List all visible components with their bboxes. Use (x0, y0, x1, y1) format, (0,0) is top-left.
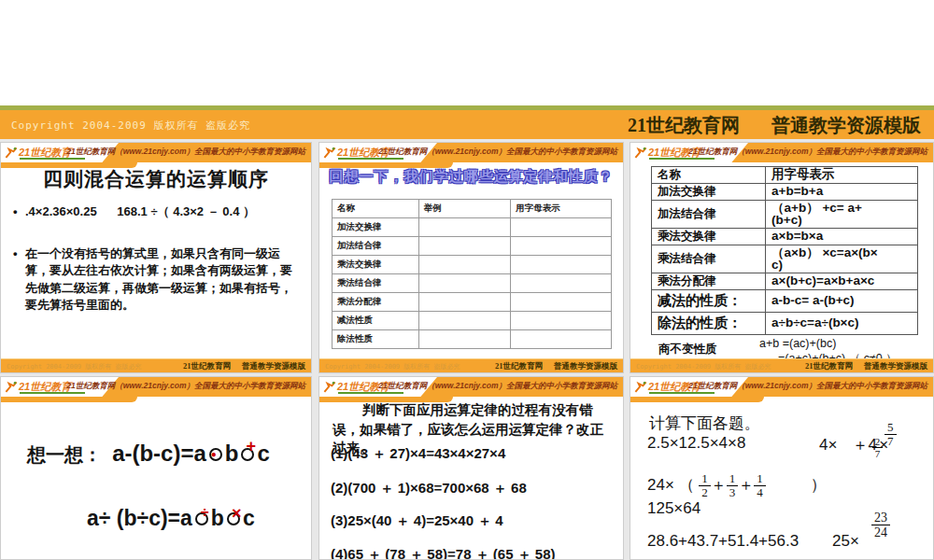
slide-header-bar: 21世纪教育 21世纪教育网（www.21cnjy.com）全国最大的中小学教育… (319, 143, 623, 162)
fraction-2-7: 27 (872, 436, 884, 459)
law-name: 乘法分配律 (333, 293, 419, 312)
red-mark: ÷ (201, 505, 209, 520)
slide-footer-brand: 21世纪教育网普通教学资源模版 (805, 361, 927, 372)
logo-underline (338, 392, 403, 394)
slide1-bullet-1: .4×2.36×0.25 168.1 ÷（ 4.3×2 － 0.4 ） (25, 203, 304, 220)
slide-header-swoosh (319, 397, 453, 402)
slide1-title: 四则混合运算的运算顺序 (1, 166, 311, 192)
note-formula-line1: a+b =(ac)+(bc) (759, 337, 836, 350)
slide-header-swoosh (1, 162, 137, 168)
col-header-letters: 用字母表示 (511, 200, 612, 218)
table-row: 加法结合律（a+b） +c= a+ (b+c) (652, 201, 918, 229)
slide6-problem-5: 28.6+43.7+51.4+56.3 (647, 532, 799, 551)
running-person-icon (322, 380, 337, 395)
slide6-problem-2: 4×＋427× (819, 434, 888, 457)
fraction-1-3: 13 (727, 472, 739, 500)
slide-header-swoosh (319, 162, 453, 168)
blank-circle: × (227, 512, 240, 525)
slide-header-swoosh (1, 397, 137, 402)
law-name: 加法交换律 (333, 218, 419, 237)
table-row: 名称用字母表示 (652, 167, 918, 184)
col-header-name: 名称 (652, 167, 766, 184)
slide-header-tagline: 21世纪教育网（www.21cnjy.com）全国最大的中小学教育资源网站 (66, 147, 305, 158)
table-row: 乘法分配律a×(b+c)=a×b+a×c (652, 273, 918, 290)
slide5-item-3: (3)25×(40 ＋ 4)=25×40 ＋ 4 (331, 512, 503, 530)
fraction-1-4: 14 (754, 472, 766, 500)
banner-brand-name: 21世纪教育网 (628, 115, 740, 135)
think-prompt: 想一想： (27, 444, 112, 465)
slide-footer-bar: Copyright 2004-2009 版权所有 盗版必究 21世纪教育网普通教… (630, 358, 933, 372)
slide-footer-bar: Copyright 2004-2009 版权所有 盗版必究 21世纪教育网普通教… (1, 358, 311, 372)
law-name: 除法性质 (333, 330, 419, 349)
banner-brand-suffix: 普通教学资源模版 (771, 115, 921, 135)
slide-header-bar: 21世纪教育 21世纪教育网（www.21cnjy.com）全国最大的中小学教育… (1, 377, 311, 397)
logo-underline (20, 158, 85, 160)
slide-header-tagline: 21世纪教育网（www.21cnjy.com）全国最大的中小学教育资源网站 (688, 147, 927, 158)
logo-underline (338, 158, 403, 160)
slide2-laws-table: 名称举例用字母表示 加法交换律 加法结合律 乘法交换律 乘法结合律 乘法分配律 … (332, 199, 612, 349)
table-row: 名称举例用字母表示 (333, 200, 612, 218)
slide-thumbnail-6[interactable]: 21世纪教育 21世纪教育网（www.21cnjy.com）全国最大的中小学教育… (630, 376, 934, 560)
slide4-formula-2: a÷ (b÷c)=a÷b×c (87, 506, 255, 531)
slide-footer-copyright: Copyright 2004-2009 版权所有 盗版必究 (325, 362, 460, 371)
blank-circle: ÷ (195, 512, 208, 525)
note-name: 商不变性质 (658, 342, 717, 357)
banner-copyright: Copyright 2004-2009 版权所有 盗版必究 (11, 119, 250, 133)
logo-underline (649, 158, 715, 160)
logo-underline (649, 392, 715, 394)
slide-footer-copyright: Copyright 2004-2009 版权所有 盗版必究 (636, 362, 771, 371)
slide6-problem-3: 24× （ 12＋13＋14） (647, 472, 827, 500)
running-person-icon (4, 380, 19, 395)
red-mark: × (232, 505, 242, 522)
slide6-instructions: 计算下面各题。 (649, 413, 760, 434)
col-header-letters: 用字母表示 (766, 167, 918, 184)
red-mark: + (246, 438, 256, 455)
slide-header-bar: 21世纪教育 21世纪教育网（www.21cnjy.com）全国最大的中小学教育… (319, 377, 623, 397)
slide-thumbnail-1[interactable]: 21世纪教育 21世纪教育网（www.21cnjy.com）全国最大的中小学教育… (0, 142, 312, 373)
table-row: 减法的性质：a-b-c= a-(b+c) (652, 290, 918, 313)
slide1-bullet-2: 在一个没有括号的算式里，如果只含有同一级运算，要从左往右依次计算；如果含有两级运… (25, 245, 304, 314)
table-row: 乘法结合律 (333, 274, 612, 293)
slide4-formula-1: 想一想： a-(b-c)=a●b+c (27, 441, 270, 468)
table-row: 乘法交换律 (333, 256, 612, 274)
table-row: 除法的性质：a÷b÷c=a÷(b×c) (652, 313, 918, 335)
slide6-problem-6: 25× (832, 532, 859, 551)
slide-header-tagline: 21世纪教育网（www.21cnjy.com）全国最大的中小学教育资源网站 (378, 147, 617, 158)
top-banner: Copyright 2004-2009 版权所有 盗版必究 21世纪教育网普通教… (0, 110, 934, 139)
slide-thumbnail-4[interactable]: 21世纪教育 21世纪教育网（www.21cnjy.com）全国最大的中小学教育… (0, 376, 312, 560)
slide-footer-copyright: Copyright 2004-2009 版权所有 盗版必究 (7, 362, 142, 371)
slide5-item-1: (1)(43 ＋ 27)×4=43×4×27×4 (331, 445, 505, 463)
slide2-title: 回想一下，我们学过哪些运算定律和性质？ (319, 168, 623, 186)
running-person-icon (4, 146, 19, 161)
slide-header-tagline: 21世纪教育网（www.21cnjy.com）全国最大的中小学教育资源网站 (688, 381, 927, 392)
slide-footer-brand: 21世纪教育网普通教学资源模版 (495, 361, 617, 372)
law-name: 加法结合律 (333, 237, 419, 256)
table-row: 加法结合律 (333, 237, 612, 256)
law-name: 乘法交换律 (333, 256, 419, 274)
slide3-formulas-table: 名称用字母表示 加法交换律a+b=b+a 加法结合律（a+b） +c= a+ (… (651, 166, 918, 335)
slide5-item-4: (4)65 ＋ (78 ＋ 58)=78 ＋ (65 ＋ 58) (331, 546, 556, 560)
table-row: 减法性质 (333, 312, 612, 330)
table-row: 加法交换律 (333, 218, 612, 237)
slide-header-tagline: 21世纪教育网（www.21cnjy.com）全国最大的中小学教育资源网站 (378, 381, 617, 392)
blank-circle: ● (209, 448, 222, 461)
fraction-1-2: 12 (699, 472, 711, 500)
slide-thumbnail-5[interactable]: 21世纪教育 21世纪教育网（www.21cnjy.com）全国最大的中小学教育… (318, 376, 624, 560)
slide-header-tagline: 21世纪教育网（www.21cnjy.com）全国最大的中小学教育资源网站 (66, 381, 305, 392)
law-name: 减法性质 (333, 312, 419, 330)
table-row: 加法交换律a+b=b+a (652, 184, 918, 201)
table-row: 乘法结合律（a×b） ×c=a×(b× c) (652, 245, 918, 273)
red-mark: ● (211, 450, 217, 459)
slide-footer-bar: Copyright 2004-2009 版权所有 盗版必究 21世纪教育网普通教… (319, 358, 623, 372)
slide6-problem-1: 2.5×12.5×4×8 (647, 434, 745, 453)
table-row: 乘法交换律a×b=b×a (652, 229, 918, 245)
running-person-icon (322, 146, 337, 161)
fraction-23-24: 2324 (871, 511, 890, 540)
table-row: 乘法分配律 (333, 293, 612, 312)
slide-header-bar: 21世纪教育 21世纪教育网（www.21cnjy.com）全国最大的中小学教育… (1, 143, 311, 162)
logo-underline (20, 392, 85, 394)
running-person-icon (633, 380, 648, 395)
slide-thumbnail-2[interactable]: 21世纪教育 21世纪教育网（www.21cnjy.com）全国最大的中小学教育… (318, 142, 624, 373)
slide5-item-2: (2)(700 ＋ 1)×68=700×68 ＋ 68 (331, 480, 527, 497)
slide-thumbnail-3[interactable]: 21世纪教育 21世纪教育网（www.21cnjy.com）全国最大的中小学教育… (630, 142, 934, 373)
